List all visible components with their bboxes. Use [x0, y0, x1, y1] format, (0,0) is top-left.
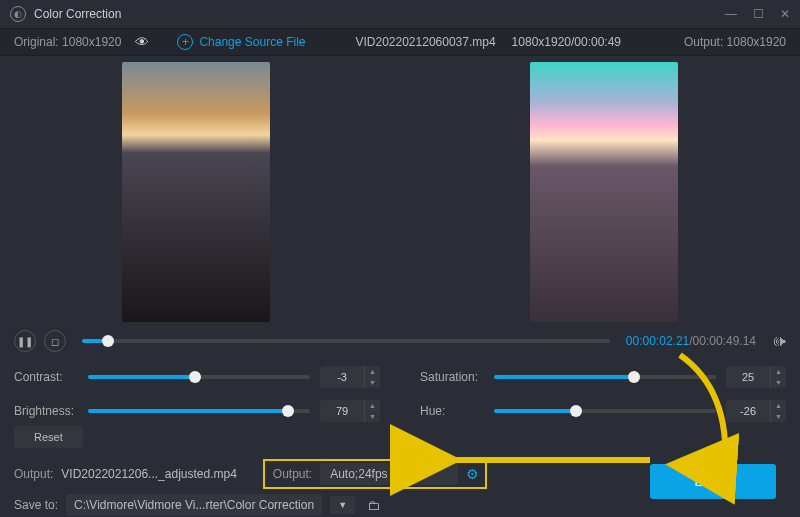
brightness-slider[interactable] [88, 409, 310, 413]
brightness-label: Brightness: [14, 404, 78, 418]
down-icon[interactable]: ▼ [365, 411, 380, 422]
volume-icon[interactable]: 🕪 [772, 333, 786, 349]
up-icon[interactable]: ▲ [365, 366, 380, 377]
stop-button[interactable]: ◻ [44, 330, 66, 352]
preview-toggle-icon[interactable]: 👁 [135, 34, 149, 50]
contrast-label: Contrast: [14, 370, 78, 384]
hue-input[interactable] [726, 405, 770, 417]
hue-stepper[interactable]: ▲▼ [726, 400, 786, 422]
export-button[interactable]: Export [650, 464, 776, 499]
gear-icon[interactable]: ⚙ [466, 466, 479, 482]
source-filename: VID20220212060037.mp4 [355, 35, 495, 49]
maximize-button[interactable]: ☐ [753, 7, 764, 21]
output-file-label: Output: [14, 467, 53, 481]
saturation-stepper[interactable]: ▲▼ [726, 366, 786, 388]
brightness-stepper[interactable]: ▲▼ [320, 400, 380, 422]
close-button[interactable]: ✕ [780, 7, 790, 21]
hue-slider[interactable] [494, 409, 716, 413]
minimize-button[interactable]: — [725, 7, 737, 21]
original-dims: 1080x1920 [62, 35, 121, 49]
plus-icon: + [177, 34, 193, 50]
contrast-row: Contrast: ▲▼ [14, 366, 380, 388]
original-label: Original: [14, 35, 59, 49]
seek-slider[interactable] [82, 339, 610, 343]
source-bar: Original: 1080x1920 👁 + Change Source Fi… [0, 28, 800, 56]
down-icon[interactable]: ▼ [365, 377, 380, 388]
preview-original [122, 62, 270, 322]
output-format-field[interactable]: Auto;24fps [320, 463, 457, 485]
output-label: Output: [684, 35, 723, 49]
down-icon[interactable]: ▼ [771, 377, 786, 388]
save-label: Save to: [14, 498, 58, 512]
brightness-row: Brightness: ▲▼ [14, 400, 380, 422]
open-folder-icon[interactable]: 🗀 [367, 498, 380, 513]
up-icon[interactable]: ▲ [365, 400, 380, 411]
source-dims-time: 1080x1920/00:00:49 [512, 35, 621, 49]
save-path-dropdown[interactable]: ▼ [330, 496, 355, 514]
adjustments-panel: Contrast: ▲▼ Saturation: ▲▼ Brightness: … [0, 358, 800, 426]
titlebar: ◐ Color Correction — ☐ ✕ [0, 0, 800, 28]
contrast-input[interactable] [320, 371, 364, 383]
pause-button[interactable]: ❚❚ [14, 330, 36, 352]
saturation-slider[interactable] [494, 375, 716, 379]
change-source-button[interactable]: + Change Source File [177, 34, 305, 50]
change-source-label: Change Source File [199, 35, 305, 49]
output-format-label: Output: [273, 467, 312, 481]
app-logo-icon: ◐ [10, 6, 26, 22]
window-title: Color Correction [34, 7, 725, 21]
preview-area [0, 56, 800, 324]
up-icon[interactable]: ▲ [771, 400, 786, 411]
down-icon[interactable]: ▼ [771, 411, 786, 422]
contrast-stepper[interactable]: ▲▼ [320, 366, 380, 388]
saturation-label: Saturation: [420, 370, 484, 384]
output-format-box: Output: Auto;24fps ⚙ [263, 459, 487, 489]
preview-adjusted [530, 62, 678, 322]
save-path-field[interactable]: C:\Vidmore\Vidmore Vi...rter\Color Corre… [66, 494, 322, 516]
hue-label: Hue: [420, 404, 484, 418]
up-icon[interactable]: ▲ [771, 366, 786, 377]
output-dims: 1080x1920 [727, 35, 786, 49]
contrast-slider[interactable] [88, 375, 310, 379]
saturation-row: Saturation: ▲▼ [420, 366, 786, 388]
hue-row: Hue: ▲▼ [420, 400, 786, 422]
reset-button[interactable]: Reset [14, 426, 83, 448]
saturation-input[interactable] [726, 371, 770, 383]
time-display: 00:00:02.21/00:00:49.14 [626, 334, 756, 348]
brightness-input[interactable] [320, 405, 364, 417]
output-file-value: VID2022021206..._adjusted.mp4 [61, 467, 236, 481]
play-bar: ❚❚ ◻ 00:00:02.21/00:00:49.14 🕪 [0, 324, 800, 358]
